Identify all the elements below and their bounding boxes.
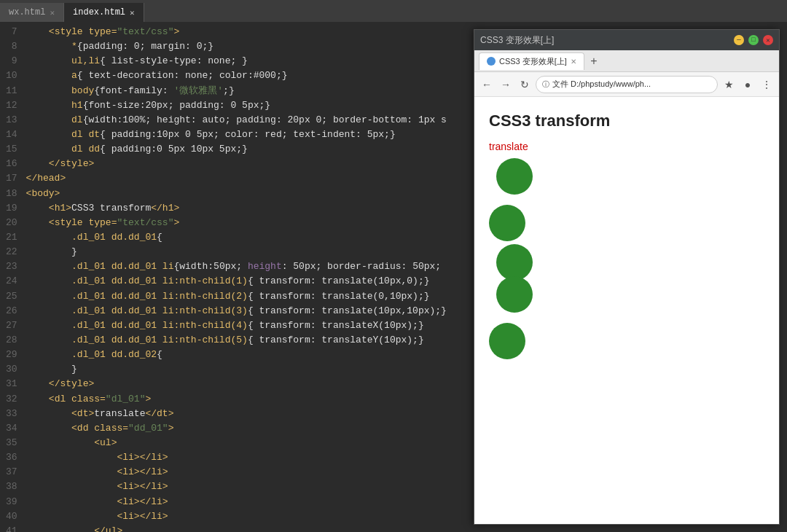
new-tab-button[interactable]: + — [586, 53, 602, 69]
back-button[interactable]: ← — [479, 77, 495, 93]
address-bar[interactable]: ⓘ 文件 D:/phpstudy/www/ph... — [536, 76, 718, 93]
preview-section-label: translate — [489, 141, 764, 152]
lock-icon: ⓘ — [542, 79, 549, 90]
browser-tab-bar: CSS3 变形效果[上] ✕ + — [474, 50, 779, 72]
close-button[interactable]: ✕ — [763, 35, 773, 45]
browser-controls: ─ □ ✕ — [734, 35, 773, 45]
forward-button[interactable]: → — [498, 77, 514, 93]
tab-bar: wx.html ✕ index.html ✕ — [0, 0, 787, 22]
circles-container — [489, 158, 764, 352]
circle-1 — [496, 158, 533, 195]
address-text: 文件 D:/phpstudy/www/ph... — [552, 79, 711, 90]
minimize-button[interactable]: ─ — [734, 35, 744, 45]
browser-body: CSS3 transform translate — [474, 97, 779, 524]
tab-wx[interactable]: wx.html ✕ — [0, 3, 64, 22]
favicon — [487, 57, 496, 66]
editor: 7891011121314151617181920212223242526272… — [0, 22, 474, 532]
circle-3 — [496, 244, 533, 281]
browser-window: CSS3 变形效果[上] ─ □ ✕ CSS3 变形效果[上] ✕ + ← → … — [474, 29, 780, 525]
browser-titlebar: CSS3 变形效果[上] ─ □ ✕ — [474, 30, 779, 50]
main-area: 7891011121314151617181920212223242526272… — [0, 22, 787, 532]
menu-button[interactable]: ⋮ — [759, 77, 775, 93]
preview-title: CSS3 transform — [489, 112, 764, 130]
browser-title: CSS3 变形效果[上] — [480, 34, 554, 47]
code-lines: <style type="text/css"> *{padding: 0; ma… — [23, 22, 474, 532]
tab-wx-close[interactable]: ✕ — [50, 8, 55, 17]
browser-toolbar: ← → ↻ ⓘ 文件 D:/phpstudy/www/ph... ★ ● ⋮ — [474, 72, 779, 97]
tab-index-label: index.html — [73, 7, 125, 17]
circle-2 — [489, 205, 525, 241]
circle-4 — [496, 276, 533, 313]
maximize-button[interactable]: □ — [748, 35, 759, 45]
tab-index[interactable]: index.html ✕ — [64, 3, 144, 22]
browser-tab-label: CSS3 变形效果[上] — [499, 56, 567, 67]
browser-tab-active[interactable]: CSS3 变形效果[上] ✕ — [479, 52, 584, 70]
tab-wx-label: wx.html — [9, 7, 45, 17]
bookmark-button[interactable]: ★ — [721, 77, 737, 93]
user-button[interactable]: ● — [740, 77, 756, 93]
line-numbers: 7891011121314151617181920212223242526272… — [0, 22, 23, 532]
tab-index-close[interactable]: ✕ — [130, 8, 135, 17]
circle-5 — [489, 323, 525, 359]
browser-tab-close[interactable]: ✕ — [571, 58, 576, 66]
reload-button[interactable]: ↻ — [517, 77, 533, 93]
